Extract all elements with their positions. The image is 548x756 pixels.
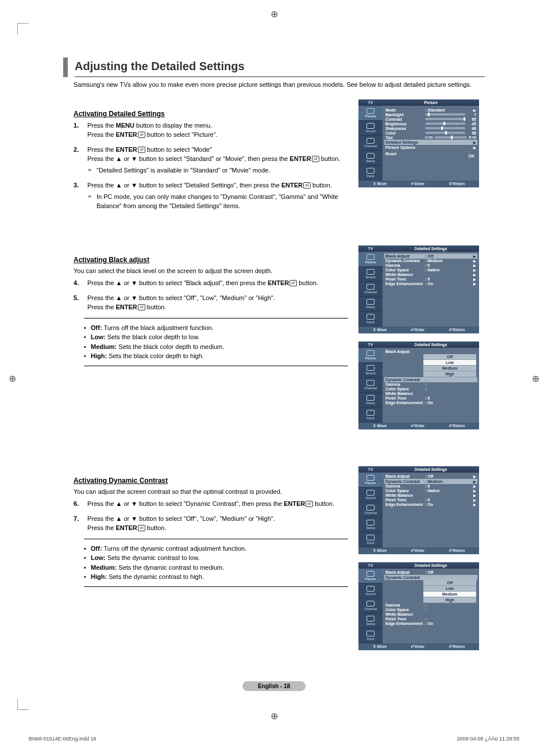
osd-side-tab: Sound bbox=[358, 363, 383, 378]
osd-side-tab: Input bbox=[358, 628, 383, 643]
osd-detailed-menu-a: TVDetailed SettingsPictureSoundChannelSe… bbox=[358, 245, 485, 333]
osd-side-tab: Channel bbox=[358, 378, 383, 393]
osd-dropdown-item: Low bbox=[423, 586, 476, 592]
osd-side-tab: Input bbox=[358, 312, 383, 327]
title-block: Adjusting the Detailed Settings bbox=[63, 57, 485, 77]
osd-foot-return: ↺ Return bbox=[449, 644, 465, 649]
section-heading: Activating Black adjust bbox=[74, 256, 348, 264]
option-item: High: Sets the black color depth to high… bbox=[84, 351, 348, 361]
osd-foot-move: ⇳ Move bbox=[373, 182, 387, 186]
osd-side-tab: Picture bbox=[358, 473, 383, 488]
note: "Detailed Settings" is available in "Sta… bbox=[87, 166, 348, 175]
registration-mark-icon: ⊕ bbox=[9, 373, 16, 383]
option-description-list: Off: Turns off the black adjustment func… bbox=[84, 318, 348, 366]
step-list-detailed: Press the MENU button to display the men… bbox=[74, 121, 348, 211]
crop-mark bbox=[17, 23, 29, 34]
step-list-dynamic: Press the ▲ or ▼ button to select "Dynam… bbox=[74, 500, 348, 533]
print-footer: BN68-01514E-00Eng.indd 18 2008-04-08 ¿ÀÀ… bbox=[29, 736, 519, 742]
option-description-list: Off: Turns off the dynamic contrast adju… bbox=[84, 539, 348, 587]
osd-foot-enter: ⏎ Enter bbox=[411, 182, 424, 186]
intro-text: Samsung's new TVs allow you to make even… bbox=[74, 80, 485, 89]
osd-foot-return: ↺ Return bbox=[449, 548, 465, 553]
osd-side-tab: Channel bbox=[358, 502, 383, 517]
osd-dropdown-item: High bbox=[423, 371, 476, 377]
osd-side-tab: Setup bbox=[358, 297, 383, 312]
osd-detailed-menu-b: TVDetailed SettingsPictureSoundChannelSe… bbox=[358, 341, 485, 429]
footer-timestamp: 2008-04-08 ¿ÀÀü 11:29:55 bbox=[457, 736, 519, 742]
enter-icon: ⏎ bbox=[306, 501, 313, 507]
osd-side-tab: Channel bbox=[358, 282, 383, 297]
step-item: Press the ENTER⏎ button to select "Mode"… bbox=[74, 145, 348, 175]
osd-side-tab: Setup bbox=[358, 613, 383, 628]
footer-file: BN68-01514E-00Eng.indd 18 bbox=[29, 736, 97, 742]
osd-picture-menu: TVPicturePictureSoundChannelSetupInputMo… bbox=[358, 99, 485, 217]
osd-dropdown-item: Off bbox=[423, 354, 476, 360]
osd-detailed-menu-d: TVDetailed SettingsPictureSoundChannelSe… bbox=[358, 562, 485, 650]
crop-mark bbox=[17, 699, 29, 710]
osd-foot-move: ⇳ Move bbox=[373, 328, 387, 332]
osd-foot-move: ⇳ Move bbox=[373, 644, 387, 649]
osd-foot-enter: ⏎ Enter bbox=[411, 424, 424, 428]
osd-side-tab: Input bbox=[358, 166, 383, 181]
osd-foot-move: ⇳ Move bbox=[373, 424, 387, 428]
step-list-black: Press the ▲ or ▼ button to select "Black… bbox=[74, 279, 348, 312]
osd-dropdown-item: Off bbox=[423, 580, 476, 586]
step-item: Press the ▲ or ▼ button to select "Off",… bbox=[74, 515, 348, 533]
osd-side-tab: Sound bbox=[358, 584, 383, 598]
enter-icon: ⏎ bbox=[138, 525, 145, 531]
osd-foot-return: ↺ Return bbox=[449, 424, 465, 428]
osd-foot-enter: ⏎ Enter bbox=[411, 548, 424, 553]
osd-side-tab: Channel bbox=[358, 136, 383, 151]
osd-side-tab: Sound bbox=[358, 488, 383, 502]
osd-side-tab: Picture bbox=[358, 252, 383, 267]
osd-side-tab: Picture bbox=[358, 569, 383, 584]
section-heading: Activating Dynamic Contrast bbox=[74, 477, 348, 485]
option-item: High: Sets the dynamic contrast to high. bbox=[84, 572, 348, 582]
step-item: Press the ▲ or ▼ button to select "Dynam… bbox=[74, 500, 348, 509]
option-item: Low: Sets the black color depth to low. bbox=[84, 332, 348, 342]
option-item: Off: Turns off the black adjustment func… bbox=[84, 323, 348, 333]
osd-side-tab: Sound bbox=[358, 121, 383, 136]
osd-foot-enter: ⏎ Enter bbox=[411, 644, 424, 649]
note: In PC mode, you can only make changes to… bbox=[87, 193, 348, 211]
osd-side-tab: Setup bbox=[358, 151, 383, 166]
osd-dropdown-item: Low bbox=[423, 360, 476, 366]
osd-side-tab: Setup bbox=[358, 517, 383, 532]
osd-dropdown-item: Medium bbox=[423, 592, 476, 597]
registration-mark-icon: ⊕ bbox=[271, 9, 278, 20]
enter-icon: ⏎ bbox=[303, 182, 311, 189]
registration-mark-icon: ⊕ bbox=[271, 711, 278, 722]
option-item: Medium: Sets the dynamic contrast to med… bbox=[84, 563, 348, 573]
enter-icon: ⏎ bbox=[138, 147, 145, 153]
osd-foot-enter: ⏎ Enter bbox=[411, 328, 424, 332]
osd-foot-return: ↺ Return bbox=[449, 182, 465, 186]
osd-foot-return: ↺ Return bbox=[449, 328, 465, 332]
page-title: Adjusting the Detailed Settings bbox=[75, 60, 485, 77]
osd-foot-move: ⇳ Move bbox=[373, 548, 387, 553]
registration-mark-icon: ⊕ bbox=[532, 373, 539, 383]
enter-icon: ⏎ bbox=[138, 132, 145, 138]
enter-icon: ⏎ bbox=[138, 304, 145, 310]
osd-side-tab: Picture bbox=[358, 106, 383, 121]
osd-side-tab: Sound bbox=[358, 267, 383, 282]
osd-side-tab: Setup bbox=[358, 393, 383, 408]
step-item: Press the ▲ or ▼ button to select "Off",… bbox=[74, 294, 348, 312]
osd-side-tab: Input bbox=[358, 408, 383, 423]
page-number: English - 18 bbox=[242, 681, 306, 691]
option-item: Medium: Sets the black color depth to me… bbox=[84, 342, 348, 352]
osd-side-tab: Channel bbox=[358, 598, 383, 613]
osd-side-tab: Picture bbox=[358, 348, 383, 363]
enter-icon: ⏎ bbox=[290, 280, 297, 286]
step-item: Press the MENU button to display the men… bbox=[74, 121, 348, 140]
section-heading: Activating Detailed Settings bbox=[74, 110, 348, 118]
section-subtitle: You can select the black level on the sc… bbox=[74, 267, 348, 274]
option-item: Low: Sets the dynamic contrast to low. bbox=[84, 553, 348, 563]
step-item: Press the ▲ or ▼ button to select "Black… bbox=[74, 279, 348, 288]
enter-icon: ⏎ bbox=[312, 156, 319, 162]
option-item: Off: Turns off the dynamic contrast adju… bbox=[84, 544, 348, 554]
osd-dropdown-item: Medium bbox=[423, 366, 476, 371]
section-subtitle: You can adjust the screen contrast so th… bbox=[74, 488, 348, 495]
step-item: Press the ▲ or ▼ button to select "Detai… bbox=[74, 181, 348, 211]
osd-side-tab: Input bbox=[358, 532, 383, 547]
osd-detailed-menu-c: TVDetailed SettingsPictureSoundChannelSe… bbox=[358, 466, 485, 554]
